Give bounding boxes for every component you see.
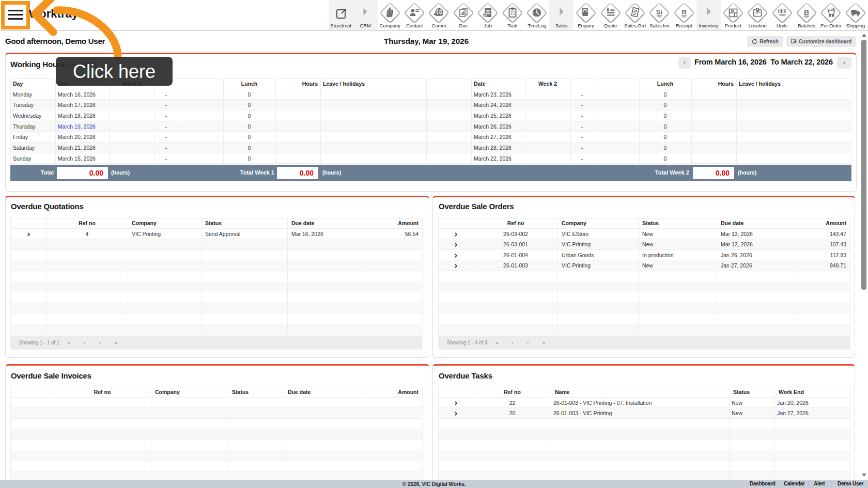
svg-text:B: B [804,8,809,17]
svg-text:Si: Si [656,8,662,16]
svg-text:R: R [681,8,687,16]
